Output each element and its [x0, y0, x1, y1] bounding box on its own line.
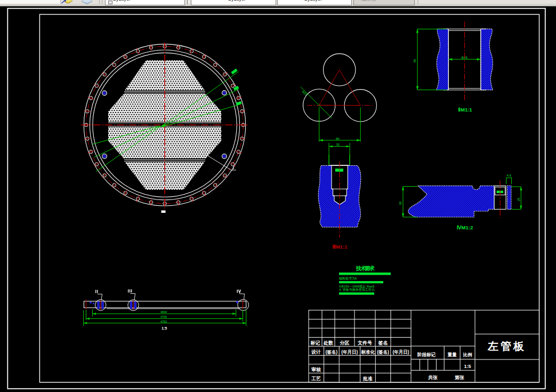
svg-text:阶段标记: 阶段标记 — [417, 352, 436, 357]
svg-text:比例: 比例 — [463, 352, 473, 357]
svg-text:32: 32 — [336, 143, 340, 146]
svg-text:ⅡM1:1: ⅡM1:1 — [458, 107, 472, 113]
svg-text:(年月日): (年月日) — [341, 349, 358, 355]
svg-text:左管板: 左管板 — [487, 340, 526, 352]
svg-text:ⅣM1:2: ⅣM1:2 — [457, 225, 473, 230]
svg-text:ⅢM1:1: ⅢM1:1 — [332, 244, 348, 250]
svg-text:技术要求: 技术要求 — [356, 265, 375, 271]
svg-text:工艺: 工艺 — [311, 376, 321, 381]
svg-text:4752: 4752 — [160, 320, 167, 323]
svg-text:25: 25 — [517, 197, 520, 201]
svg-text:4. 管板与换热管加工符合: 4. 管板与换热管加工符合 — [339, 287, 375, 292]
svg-text:4.5: 4.5 — [507, 174, 512, 177]
svg-text:1: 1 — [232, 166, 235, 170]
svg-text:60: 60 — [399, 201, 402, 205]
svg-text:磁粉处理为Ⅱ.: 磁粉处理为Ⅱ. — [339, 276, 358, 281]
svg-text:分区: 分区 — [340, 340, 350, 346]
svg-text:第张: 第张 — [454, 375, 464, 380]
svg-text:60: 60 — [336, 137, 340, 140]
svg-text:审核: 审核 — [311, 367, 321, 372]
svg-text:GB150—1998规定 Ra≤6.: GB150—1998规定 Ra≤6. — [339, 284, 375, 289]
svg-text:1:5: 1:5 — [464, 364, 471, 369]
svg-text:处数: 处数 — [323, 340, 334, 346]
svg-text:50: 50 — [413, 59, 416, 62]
svg-text:重量: 重量 — [448, 352, 457, 357]
svg-text:文件号: 文件号 — [357, 340, 372, 346]
svg-text:标准化: 标准化 — [360, 349, 375, 355]
svg-text:设计: 设计 — [311, 349, 321, 355]
svg-text:签名: 签名 — [378, 340, 388, 346]
svg-text:批准: 批准 — [362, 376, 373, 381]
svg-text:1:5: 1:5 — [162, 326, 167, 330]
svg-text:4640: 4640 — [160, 310, 167, 314]
svg-text:(年月日): (年月日) — [392, 349, 409, 355]
svg-text:共张: 共张 — [428, 375, 438, 380]
svg-text:标记: 标记 — [310, 340, 320, 346]
svg-text:4700: 4700 — [160, 315, 167, 318]
svg-text:(签名): (签名) — [325, 349, 337, 355]
svg-text:(签名): (签名) — [377, 349, 389, 355]
